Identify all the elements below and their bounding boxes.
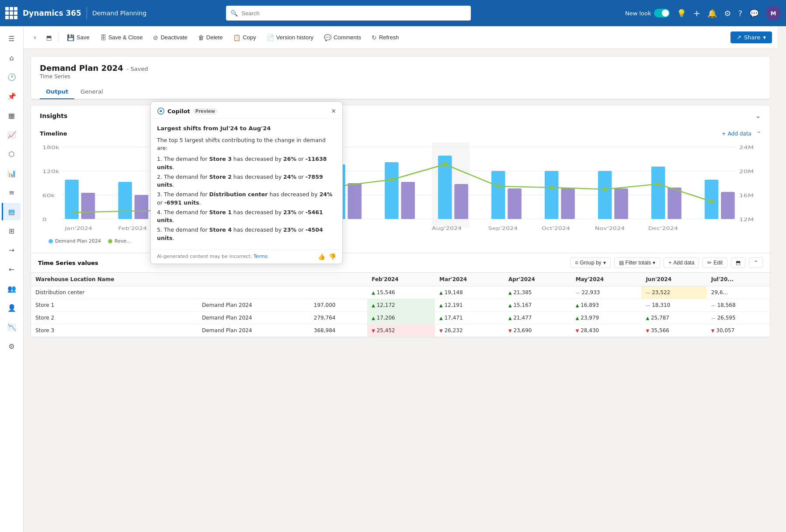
refresh-button[interactable]: ↻ Refresh bbox=[367, 32, 403, 43]
sidebar-item-settings[interactable]: ⚙ bbox=[3, 337, 21, 355]
col-mar: Mar'2024 bbox=[435, 273, 504, 286]
sidebar-item-collapse[interactable]: ← bbox=[3, 261, 21, 278]
tab-general[interactable]: General bbox=[74, 85, 109, 99]
topbar: Dynamics 365 Demand Planning 🔍 New look … bbox=[0, 0, 786, 26]
cell-mar: ▲ 17,471 bbox=[435, 312, 504, 324]
back-button[interactable]: ‹ bbox=[29, 31, 41, 44]
cell-mar: ▲ 12,191 bbox=[435, 299, 504, 312]
save-button[interactable]: 💾 Save bbox=[63, 32, 94, 43]
cell-mar: ▲ 19,148 bbox=[435, 286, 504, 299]
window-button[interactable]: ⬒ bbox=[43, 31, 55, 44]
svg-rect-24 bbox=[651, 167, 665, 219]
svg-point-43 bbox=[442, 162, 448, 167]
sidebar-item-table[interactable]: ⊞ bbox=[3, 222, 21, 240]
svg-point-42 bbox=[389, 178, 394, 181]
svg-rect-12 bbox=[65, 180, 79, 219]
ts-section-title: Time Series values bbox=[38, 260, 98, 266]
share-button[interactable]: ↗ Share ▾ bbox=[730, 31, 772, 43]
svg-text:24M: 24M bbox=[739, 144, 754, 150]
copilot-footer: AI-generated content may be incorrect. T… bbox=[151, 249, 342, 264]
sidebar-item-expand[interactable]: → bbox=[3, 241, 21, 259]
comments-button[interactable]: 💬 Comments bbox=[320, 32, 365, 43]
deactivate-button[interactable]: ⊘ Deactivate bbox=[149, 32, 191, 43]
cell-feb: ▲ 12,172 bbox=[367, 299, 435, 312]
page-subtitle: Time Series bbox=[40, 73, 761, 80]
svg-rect-32 bbox=[401, 182, 415, 219]
sidebar-item-recent[interactable]: 🕐 bbox=[3, 68, 21, 86]
notification-icon[interactable]: 🔔 bbox=[707, 9, 717, 18]
cell-jul: — 26,595 bbox=[707, 312, 770, 324]
brand-name[interactable]: Dynamics 365 bbox=[23, 9, 81, 17]
total-val: 197,000 bbox=[310, 299, 367, 312]
newlook-toggle[interactable] bbox=[654, 9, 670, 17]
copilot-intro: The top 5 largest shifts contributing to… bbox=[157, 136, 336, 153]
svg-rect-13 bbox=[118, 182, 132, 219]
add-data-button[interactable]: + Add data ⌃ bbox=[722, 131, 761, 137]
copilot-item-5: 5. The demand for Store 4 has decreased … bbox=[157, 226, 336, 243]
group-by-button[interactable]: ≡ Group by ▾ bbox=[570, 257, 610, 268]
page-saved-status: - Saved bbox=[127, 66, 148, 72]
copy-button[interactable]: 📋 Copy bbox=[229, 32, 260, 43]
copilot-close-button[interactable]: ✕ bbox=[331, 108, 336, 115]
plus-icon[interactable]: + bbox=[693, 8, 701, 18]
expand-ts-button[interactable]: ⬒ bbox=[731, 257, 745, 268]
legend-dot-blue bbox=[49, 239, 53, 243]
insights-section[interactable]: Insights ⌄ bbox=[31, 105, 770, 126]
timeline-title: Timeline bbox=[40, 130, 67, 137]
page-header: Demand Plan 2024 - Saved Time Series bbox=[31, 56, 770, 85]
total-val: 279,764 bbox=[310, 312, 367, 324]
sidebar-item-inventory[interactable]: ⬡ bbox=[3, 145, 21, 163]
module-name[interactable]: Demand Planning bbox=[92, 10, 146, 17]
chat-icon[interactable]: 💬 bbox=[749, 9, 759, 18]
chart-container: 180k 120k 60k 0 24M 20M 16M 12M bbox=[31, 140, 770, 253]
copilot-terms-link[interactable]: Terms bbox=[254, 254, 268, 259]
svg-text:120k: 120k bbox=[42, 168, 59, 174]
sidebar-item-reports[interactable]: 📊 bbox=[3, 164, 21, 182]
chart-legend: Demand Plan 2024 Reve... bbox=[40, 236, 761, 248]
sidebar-item-contacts[interactable]: 👥 bbox=[3, 280, 21, 297]
total-val bbox=[310, 286, 367, 299]
avatar[interactable]: M bbox=[766, 6, 781, 21]
sidebar-item-dashboard[interactable]: ▦ bbox=[3, 107, 21, 124]
sidebar-item-home[interactable]: ⌂ bbox=[3, 49, 21, 66]
plan-name: Demand Plan 2024 bbox=[198, 312, 310, 324]
search-input[interactable] bbox=[241, 10, 466, 17]
sidebar-item-analytics[interactable]: 📈 bbox=[3, 126, 21, 143]
edit-button[interactable]: ✏ Edit bbox=[703, 257, 727, 268]
collapse-ts-button[interactable]: ⌃ bbox=[749, 257, 763, 268]
search-bar[interactable]: 🔍 bbox=[226, 6, 471, 21]
chart-svg: 180k 120k 60k 0 24M 20M 16M 12M bbox=[40, 140, 761, 236]
svg-rect-33 bbox=[454, 184, 468, 219]
settings-icon[interactable]: ⚙ bbox=[724, 9, 731, 18]
table-row: Store 2 Demand Plan 2024 279,764 ▲ 17,20… bbox=[31, 312, 770, 324]
svg-text:Sep'2024: Sep'2024 bbox=[488, 226, 518, 231]
delete-button[interactable]: 🗑 Delete bbox=[194, 32, 227, 43]
sidebar-item-list[interactable]: ≡ bbox=[3, 184, 21, 201]
copilot-header: Copilot Preview ✕ bbox=[151, 102, 342, 119]
app-grid-icon[interactable] bbox=[5, 7, 17, 19]
sidebar-item-user[interactable]: 👤 bbox=[3, 299, 21, 316]
filter-totals-button[interactable]: ▤ Filter totals ▾ bbox=[614, 257, 661, 268]
thumbs-up-button[interactable]: 👍 bbox=[318, 253, 325, 260]
sidebar-item-active[interactable]: ▤ bbox=[2, 203, 21, 220]
svg-text:12M: 12M bbox=[739, 216, 754, 222]
help-icon[interactable]: ? bbox=[738, 9, 742, 18]
newlook-toggle-area: New look bbox=[625, 9, 670, 17]
cell-feb: ▲ 15,546 bbox=[367, 286, 435, 299]
lightbulb-icon[interactable]: 💡 bbox=[677, 9, 686, 18]
thumbs-down-button[interactable]: 👎 bbox=[329, 253, 336, 260]
copilot-disclaimer: AI-generated content may be incorrect. T… bbox=[157, 254, 268, 259]
sidebar-item-menu[interactable]: ☰ bbox=[3, 30, 21, 47]
save-close-button[interactable]: 🗄 Save & Close bbox=[96, 32, 147, 43]
tab-bar: Output General bbox=[31, 85, 770, 99]
svg-point-48 bbox=[709, 200, 714, 203]
sidebar-item-metrics[interactable]: 📉 bbox=[3, 318, 21, 336]
svg-rect-35 bbox=[561, 188, 575, 219]
col-may: May'2024 bbox=[571, 273, 642, 286]
sidebar-item-pinned[interactable]: 📌 bbox=[3, 87, 21, 105]
copy-icon: 📋 bbox=[233, 34, 240, 41]
tab-output[interactable]: Output bbox=[40, 85, 74, 99]
version-history-button[interactable]: 📄 Version history bbox=[262, 32, 318, 43]
add-data-ts-button[interactable]: + Add data bbox=[664, 257, 699, 268]
deactivate-icon: ⊘ bbox=[153, 34, 158, 41]
